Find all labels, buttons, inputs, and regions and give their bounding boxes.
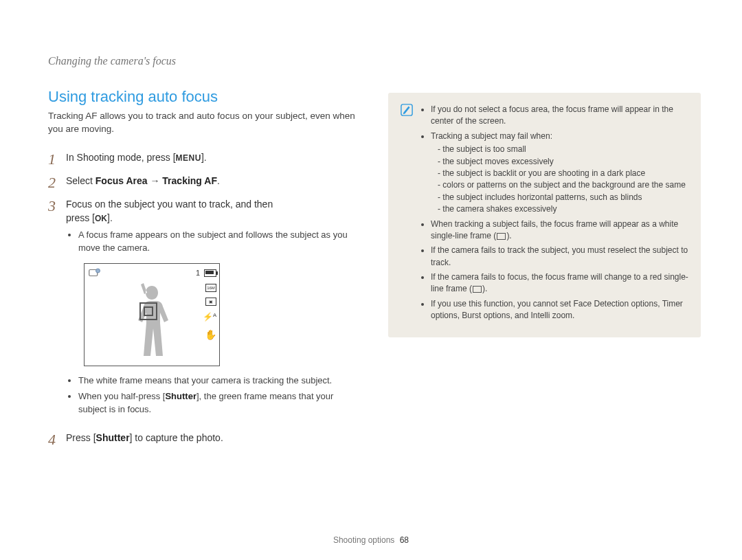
stabilizer-icon: ✋ [205, 328, 216, 342]
step2-pre: Select [66, 175, 95, 186]
note-2a: the subject is too small [438, 144, 688, 155]
step-1: 1 In Shooting mode, press [MENU]. [48, 151, 361, 168]
note-box: If you do not select a focus area, the f… [388, 93, 701, 337]
step-2: 2 Select Focus Area → Tracking AF. [48, 175, 361, 191]
screen-top-row: 1 [196, 268, 216, 278]
person-silhouette [127, 280, 177, 363]
note-3: When tracking a subject fails, the focus… [431, 219, 688, 243]
focus-mode-icon: ▣ [205, 298, 216, 306]
red-frame-icon [473, 286, 482, 293]
step4-pre: Press [ [66, 432, 96, 443]
step2-post: . [217, 175, 220, 186]
note-1: If you do not select a focus area, the f… [431, 104, 688, 128]
step3-line2-pre: press [ [66, 212, 95, 223]
step3-line2-post: ]. [107, 212, 113, 223]
ok-button-label: OK [95, 214, 107, 223]
mode-icon [89, 268, 101, 278]
step2-arrow: → [148, 175, 163, 186]
flash-icon: ⚡ᴬ [203, 311, 216, 323]
note-icon [401, 104, 413, 116]
step4-post: ] to capture the photo. [130, 432, 223, 443]
step1-pre: In Shooting mode, press [ [66, 152, 176, 163]
step2-tracking-af: Tracking AF [162, 175, 217, 186]
note-2: Tracking a subject may fail when: the su… [431, 131, 688, 216]
step1-post: ]. [201, 152, 207, 163]
step-number: 2 [48, 175, 66, 191]
note-2d: colors or patterns on the subject and th… [438, 179, 688, 191]
breadcrumb: Changing the camera's focus [48, 55, 361, 67]
menu-button-label: MENU [176, 153, 201, 163]
note-5: If the camera fails to focus, the focus … [431, 271, 688, 295]
note-4: If the camera fails to track the subject… [431, 245, 688, 269]
step-3: 3 Focus on the subject you want to track… [48, 198, 361, 424]
battery-icon [204, 269, 216, 277]
note-2f: the camera shakes excessively [438, 203, 688, 215]
footer-page-number: 68 [400, 535, 409, 545]
note-2c: the subject is backlit or you are shooti… [438, 168, 688, 179]
step2-focus-area: Focus Area [95, 175, 148, 186]
white-frame-icon [497, 233, 506, 240]
screen-counter: 1 [196, 268, 200, 278]
step-number: 1 [48, 151, 66, 168]
step-number: 3 [48, 198, 66, 424]
focus-frame-icon [139, 302, 157, 320]
note-2e: the subject includes horizontal patterns… [438, 192, 688, 203]
footer-section: Shooting options [333, 535, 394, 545]
step3-sub3: When you half-press [Shutter], the green… [78, 390, 361, 416]
note-6: If you use this function, you cannot set… [431, 298, 688, 322]
note-2b: the subject moves excessively [438, 156, 688, 168]
step-4: 4 Press [Shutter] to capture the photo. [48, 432, 361, 448]
svg-point-1 [96, 269, 100, 273]
step3-line1: Focus on the subject you want to track, … [66, 198, 361, 212]
page-footer: Shooting options 68 [0, 535, 742, 545]
step3-sub2: The white frame means that your camera i… [78, 374, 361, 388]
intro-text: Tracking AF allows you to track and auto… [48, 110, 361, 136]
camera-screen-illustration: 1 16M ▣ ⚡ᴬ ✋ [84, 263, 220, 366]
step3-sub1: A focus frame appears on the subject and… [78, 229, 361, 255]
section-heading: Using tracking auto focus [48, 88, 361, 106]
step-number: 4 [48, 432, 66, 448]
size-icon: 16M [205, 284, 216, 292]
step4-shutter: Shutter [96, 432, 130, 443]
